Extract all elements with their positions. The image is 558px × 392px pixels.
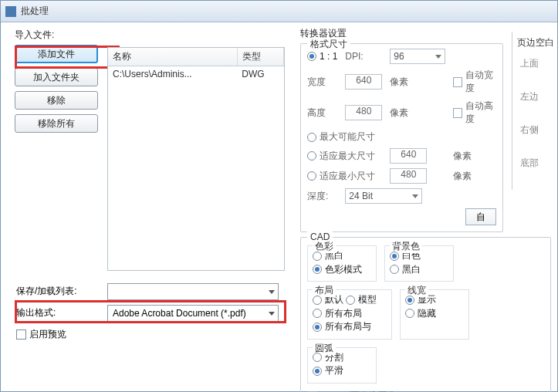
auto-height-check[interactable]: 自动高度 [453, 100, 496, 126]
layout-model-radio[interactable]: 模型 [346, 293, 377, 306]
height-input[interactable]: 480 [345, 105, 382, 120]
cell-name: C:\Users\Adminis... [108, 66, 237, 83]
page-margin-group: 页边空白 上面 左边 右侧 底部 [512, 32, 558, 190]
content: 导入文件: 添加文件 加入文件夹 移除 移除所有 名称 类型 C:\Users\… [1, 22, 557, 391]
table-row[interactable]: C:\Users\Adminis... DWG [108, 66, 284, 83]
height-label: 高度 [307, 106, 337, 120]
fit-min-radio[interactable]: 适应最小尺寸 [307, 170, 382, 183]
color-subgroup: 色彩 黑白 色彩模式 [307, 245, 377, 282]
cad-group: CAD 色彩 黑白 色彩模式 背景色 白色 黑白 布局 默认 [300, 237, 551, 392]
output-format-select[interactable]: Adobe Acrobat Document (*.pdf) [107, 305, 279, 322]
chevron-down-icon [435, 55, 441, 59]
chevron-down-icon [269, 312, 275, 316]
output-format-label: 输出格式: [16, 306, 56, 319]
titlebar: 批处理 [1, 1, 557, 22]
col-type[interactable]: 类型 [237, 48, 283, 66]
remove-button[interactable]: 移除 [15, 91, 98, 110]
col-name[interactable]: 名称 [108, 48, 237, 66]
lineweight-subgroup: 线宽 显示 隐藏 [400, 289, 469, 340]
px-label: 像素 [390, 76, 445, 89]
format-size-group: 格式尺寸 1 : 1 DPI: 96 宽度 640 像素 自动宽度 高度 480… [300, 43, 503, 232]
checkbox-icon[interactable] [16, 329, 26, 340]
chevron-down-icon [412, 194, 418, 198]
bg-subgroup: 背景色 白色 黑白 [384, 245, 454, 282]
remove-all-button[interactable]: 移除所有 [15, 114, 98, 133]
app-icon [5, 6, 16, 17]
arc-smooth-radio[interactable]: 平滑 [313, 364, 343, 377]
width-label: 宽度 [307, 76, 337, 89]
ratio-11-radio[interactable]: 1 : 1 [307, 51, 337, 62]
bg-black-radio[interactable]: 黑白 [390, 263, 421, 276]
lw-hide-radio[interactable]: 隐藏 [405, 307, 436, 320]
color-mode-radio[interactable]: 色彩模式 [313, 263, 362, 276]
enable-preview-row[interactable]: 启用预览 [16, 328, 66, 341]
output-format-value: Adobe Acrobat Document (*.pdf) [113, 308, 246, 319]
chevron-down-icon [269, 290, 275, 294]
margin-left-label: 左边 [520, 90, 558, 103]
margin-right-label: 右侧 [520, 123, 558, 137]
window-title: 批处理 [21, 5, 49, 18]
arc-subgroup: 圆弧 分割 平滑 [307, 347, 377, 384]
window: 批处理 导入文件: 添加文件 加入文件夹 移除 移除所有 名称 类型 [0, 0, 558, 392]
add-file-button[interactable]: 添加文件 [15, 45, 98, 63]
page-margin-title: 页边空白 [517, 36, 558, 49]
dpi-select[interactable]: 96 [390, 49, 445, 64]
fit-max-radio[interactable]: 适应最大尺寸 [307, 150, 382, 163]
depth-label: 深度: [307, 190, 337, 203]
max-possible-radio[interactable]: 最大可能尺寸 [307, 130, 496, 144]
save-list-select[interactable] [107, 283, 279, 300]
margin-bottom-label: 底部 [520, 157, 558, 170]
dpi-label: DPI: [345, 51, 382, 62]
px-label: 像素 [390, 106, 445, 120]
fit-min-input[interactable]: 480 [390, 168, 427, 184]
width-input[interactable]: 640 [345, 74, 382, 90]
fit-max-input[interactable]: 640 [390, 148, 427, 164]
cell-type: DWG [237, 66, 283, 83]
file-list[interactable]: 名称 类型 C:\Users\Adminis... DWG [107, 47, 285, 271]
left-panel: 导入文件: 添加文件 加入文件夹 移除 移除所有 名称 类型 C:\Users\… [1, 22, 294, 391]
add-folder-button[interactable]: 加入文件夹 [15, 68, 98, 86]
layout-subgroup: 布局 默认 模型 所有布局 所有布局与 [307, 289, 392, 340]
enable-preview-label: 启用预览 [29, 328, 66, 341]
format-size-title: 格式尺寸 [307, 38, 350, 51]
layout-all-radio[interactable]: 所有布局 [313, 307, 362, 320]
import-files-label: 导入文件: [15, 29, 286, 42]
pdf-as-image-check[interactable]: PDF 页面作为图像 [307, 390, 397, 393]
save-list-label: 保存/加载列表: [16, 285, 77, 298]
depth-select[interactable]: 24 Bit [345, 188, 422, 204]
margin-top-label: 上面 [520, 57, 558, 70]
right-panel: 转换器设置 格式尺寸 1 : 1 DPI: 96 宽度 640 像素 自动宽度 … [294, 22, 557, 391]
auto-width-check[interactable]: 自动宽度 [453, 69, 496, 95]
auto-button[interactable]: 自 [465, 208, 496, 225]
layout-all-with-radio[interactable]: 所有布局与 [313, 320, 371, 333]
